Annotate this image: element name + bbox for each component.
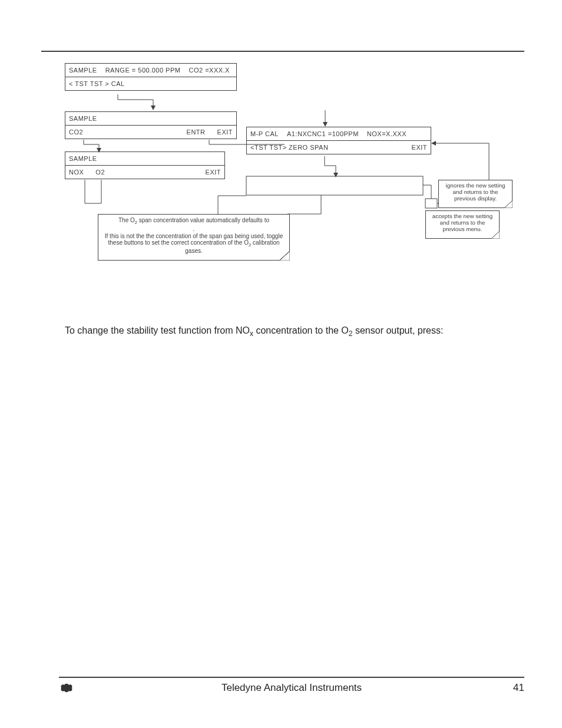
display-panel-nox-o2: SAMPLE NOX O2 EXIT [65,151,225,179]
note-text: accepts the new setting and returns to t… [432,213,492,232]
page-footer: Teledyne Analytical Instruments 41 [59,683,524,693]
footer-page-number: 41 [513,682,524,694]
label-tst-zero-span: <TST TST> ZERO SPAN [250,144,328,151]
body-text: To change the stability test function fr… [65,325,250,335]
svg-rect-12 [246,176,423,195]
teledyne-logo-icon [59,683,74,693]
note-fold-icon [491,231,500,239]
note-ignores-setting: ignores the new setting and returns to t… [438,180,513,208]
option-exit[interactable]: EXIT [217,129,233,136]
label-a1: A1:NXCNC1 =100PPM [287,130,359,137]
label-sample: SAMPLE [69,115,97,122]
footer-company: Teledyne Analytical Instruments [222,682,362,694]
body-text: sensor output, press: [353,325,444,335]
option-exit[interactable]: EXIT [412,144,427,151]
option-entr[interactable]: ENTR [187,129,206,136]
body-text: concentration to the O [253,325,349,335]
option-exit[interactable]: EXIT [206,169,221,176]
label-tst-cal: < TST TST > CAL [69,80,125,87]
label-nox-val: NOX=X.XXX [367,130,406,137]
note-o2-span-default: The O2 span concentration value automati… [98,214,290,261]
instruction-paragraph: To change the stability test function fr… [65,325,443,338]
option-o2[interactable]: O2 [95,169,105,176]
note-accepts-setting: accepts the new setting and returns to t… [425,210,500,239]
svg-rect-16 [425,199,437,208]
label-range: RANGE = 500.000 PPM [105,67,181,74]
note-text: The O [118,217,135,223]
note-text: span concentration value automatically d… [137,217,269,223]
label-sample: SAMPLE [69,67,97,74]
page-top-rule [41,51,524,52]
page-bottom-rule [59,677,524,678]
option-co2[interactable]: CO2 [69,129,83,136]
flowchart-diagram: SAMPLE RANGE = 500.000 PPM CO2 =XXX.X < … [65,63,513,275]
note-dot: . [101,226,286,232]
display-panel-mpcal: M-P CAL A1:NXCNC1 =100PPM NOX=X.XXX <TST… [246,127,431,154]
display-panel-sample-range: SAMPLE RANGE = 500.000 PPM CO2 =XXX.X < … [65,63,237,91]
subscript-2: 2 [349,330,353,338]
display-panel-co2-select: SAMPLE CO2 ENTR EXIT [65,111,237,139]
label-mpcal: M-P CAL [250,130,279,137]
label-co2-value: CO2 =XXX.X [189,67,230,74]
label-sample: SAMPLE [69,155,97,162]
note-text: ignores the new setting and returns to t… [446,182,505,202]
option-nox[interactable]: NOX [69,169,84,176]
note-fold-icon [504,200,513,208]
note-fold-icon [279,251,290,261]
